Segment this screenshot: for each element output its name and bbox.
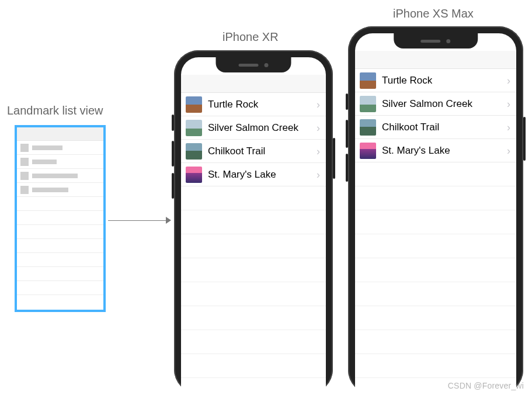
wireframe-row-empty <box>17 295 103 309</box>
device-label-xs-max: iPhone XS Max <box>393 7 474 20</box>
placeholder-text <box>32 188 68 192</box>
placeholder-thumb <box>20 158 29 166</box>
wireframe-row-empty <box>17 211 103 225</box>
notch <box>394 33 478 48</box>
arrow-icon <box>108 215 171 227</box>
landmark-thumbnail <box>186 167 202 183</box>
list-item-empty <box>181 210 326 234</box>
landmark-thumbnail <box>360 143 376 159</box>
list-item-empty <box>181 258 326 282</box>
landmark-name: Turtle Rock <box>382 75 507 86</box>
landmark-thumbnail <box>360 96 376 112</box>
list-item-empty <box>355 186 516 210</box>
wireframe-row-empty <box>17 197 103 211</box>
wireframe-row <box>17 183 103 197</box>
wireframe-row-empty <box>17 267 103 281</box>
chevron-right-icon: › <box>507 145 510 156</box>
list-item-empty <box>355 234 516 258</box>
speaker-icon <box>420 40 440 43</box>
list-item[interactable]: Turtle Rock › <box>181 93 326 116</box>
wireframe-row <box>17 155 103 169</box>
placeholder-text <box>32 160 57 164</box>
list-item[interactable]: Silver Salmon Creek › <box>355 92 516 116</box>
list-item-empty <box>355 306 516 330</box>
list-item-empty <box>181 378 326 394</box>
wireframe-row-empty <box>17 225 103 239</box>
chevron-right-icon: › <box>317 146 320 157</box>
phone-iphone-xr: Turtle Rock › Silver Salmon Creek › Chil… <box>174 50 333 394</box>
volume-down-button <box>172 173 174 199</box>
list-item-empty <box>355 354 516 378</box>
chevron-right-icon: › <box>317 123 320 133</box>
mute-switch <box>346 93 348 110</box>
landmark-name: St. Mary's Lake <box>208 169 317 181</box>
wireframe-listview <box>15 125 106 312</box>
list-item[interactable]: St. Mary's Lake › <box>181 163 326 186</box>
placeholder-thumb <box>20 172 29 180</box>
landmark-thumbnail <box>360 72 376 89</box>
side-button <box>333 138 335 179</box>
wireframe-row <box>17 141 103 155</box>
list-item-empty <box>355 330 516 354</box>
list-item[interactable]: Silver Salmon Creek › <box>181 116 326 140</box>
chevron-right-icon: › <box>317 169 320 180</box>
landmark-name: Silver Salmon Creek <box>382 98 507 110</box>
list-item[interactable]: Chilkoot Trail › <box>355 116 516 139</box>
placeholder-text <box>32 145 62 150</box>
list-item-empty <box>181 234 326 258</box>
notch <box>216 57 291 72</box>
phone-iphone-xs-max: Turtle Rock › Silver Salmon Creek › Chil… <box>348 26 523 394</box>
chevron-right-icon: › <box>507 75 510 86</box>
list-item-empty <box>181 330 326 354</box>
list-item-empty <box>181 186 326 210</box>
chevron-right-icon: › <box>317 99 320 110</box>
wireframe-label: Landmark list view <box>7 104 103 117</box>
diagram-stage: Landmark list view iPhone XR <box>0 0 532 395</box>
placeholder-thumb <box>20 186 29 194</box>
speaker-icon <box>238 64 258 67</box>
volume-up-button <box>346 120 348 148</box>
landmark-thumbnail <box>360 119 376 136</box>
landmark-thumbnail <box>186 143 202 160</box>
wireframe-row-empty <box>17 239 103 253</box>
front-camera-icon <box>264 63 268 67</box>
wireframe-row-empty <box>17 281 103 295</box>
nav-header <box>181 75 326 93</box>
list-item-empty <box>355 258 516 282</box>
list-item-empty <box>181 306 326 330</box>
landmark-name: Chilkoot Trail <box>208 145 317 157</box>
wireframe-row-empty <box>17 253 103 267</box>
wireframe-row <box>17 169 103 183</box>
volume-down-button <box>346 154 348 182</box>
landmark-thumbnail <box>186 96 202 113</box>
landmark-name: Chilkoot Trail <box>382 122 507 133</box>
chevron-right-icon: › <box>507 99 510 109</box>
side-button <box>523 117 526 161</box>
volume-up-button <box>172 141 174 167</box>
list-item[interactable]: St. Mary's Lake › <box>355 139 516 162</box>
watermark: CSDN @Forever_wi <box>448 381 524 390</box>
placeholder-text <box>32 174 78 178</box>
list-item-empty <box>181 354 326 378</box>
list-item[interactable]: Turtle Rock › <box>355 69 516 92</box>
front-camera-icon <box>446 39 450 43</box>
landmark-name: Silver Salmon Creek <box>208 122 317 134</box>
placeholder-thumb <box>20 144 29 152</box>
device-label-xr: iPhone XR <box>222 30 279 44</box>
list-item-empty <box>355 282 516 306</box>
list-item[interactable]: Chilkoot Trail › <box>181 140 326 163</box>
list-item-empty <box>355 210 516 234</box>
landmark-name: St. Mary's Lake <box>382 145 507 157</box>
list-item-empty <box>181 282 326 306</box>
landmark-name: Turtle Rock <box>208 99 317 110</box>
nav-header <box>355 51 516 69</box>
landmark-thumbnail <box>186 120 202 136</box>
chevron-right-icon: › <box>507 122 510 133</box>
wireframe-header <box>17 127 103 141</box>
phone-screen: Turtle Rock › Silver Salmon Creek › Chil… <box>355 33 516 394</box>
mute-switch <box>172 115 174 131</box>
list-item-empty <box>355 162 516 186</box>
phone-screen: Turtle Rock › Silver Salmon Creek › Chil… <box>181 57 326 394</box>
